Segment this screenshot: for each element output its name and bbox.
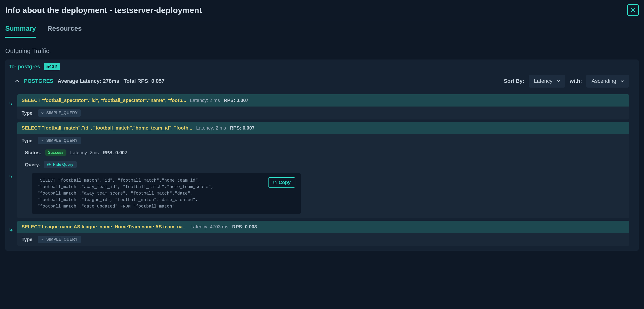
- copy-icon: [273, 181, 277, 184]
- type-chip[interactable]: SIMPLE_QUERY: [38, 236, 81, 243]
- hide-query-label: Hide Query: [53, 162, 73, 167]
- query-rps: RPS: 0.007: [230, 125, 255, 131]
- section-title: Outgoing Traffic:: [0, 38, 644, 60]
- branch-arrow-icon: [9, 120, 17, 179]
- collapse-icon: [47, 163, 51, 166]
- query-rps: RPS: 0.007: [224, 98, 248, 103]
- port-badge: 5432: [44, 63, 60, 70]
- type-label: Type: [22, 138, 32, 143]
- type-value: SIMPLE_QUERY: [46, 237, 78, 242]
- total-rps: Total RPS: 0.057: [124, 78, 164, 84]
- type-chip[interactable]: SIMPLE_QUERY: [38, 137, 81, 144]
- sort-by-value: Latency: [534, 78, 552, 84]
- tab-resources[interactable]: Resources: [48, 25, 82, 38]
- chevron-down-icon: [41, 112, 44, 114]
- type-value: SIMPLE_QUERY: [46, 111, 78, 115]
- detail-latency: Latency: 2ms: [70, 150, 99, 155]
- sort-by-label: Sort By:: [504, 78, 524, 84]
- protocol-name: POSTGRES: [24, 78, 53, 84]
- chevron-down-icon: [41, 238, 44, 240]
- status-badge: Success: [45, 149, 66, 156]
- query-latency: Latency: 2 ms: [190, 98, 220, 103]
- chevron-up-icon: [15, 80, 20, 83]
- copy-label: Copy: [278, 180, 290, 185]
- direction-value: Ascending: [592, 78, 616, 84]
- query-sql-preview: SELECT "football_spectator"."id", "footb…: [22, 98, 186, 103]
- page-title: Info about the deployment - testserver-d…: [5, 6, 202, 15]
- direction-select[interactable]: Ascending: [586, 75, 629, 88]
- query-header[interactable]: SELECT "football_spectator"."id", "footb…: [17, 94, 629, 107]
- collapse-protocol-button[interactable]: [15, 79, 20, 84]
- branch-arrow-icon: [9, 218, 17, 232]
- type-label: Type: [22, 237, 32, 242]
- close-button[interactable]: [627, 4, 639, 16]
- avg-latency: Average Latency: 278ms: [58, 78, 119, 84]
- svg-rect-2: [274, 182, 276, 184]
- query-header[interactable]: SELECT "football_match"."id", "football_…: [17, 122, 629, 134]
- chevron-up-icon: [41, 140, 44, 142]
- query-sql-preview: SELECT League.name AS league_name, HomeT…: [22, 224, 186, 230]
- sort-by-select[interactable]: Latency: [529, 75, 565, 88]
- query-latency: Latency: 4703 ms: [190, 224, 228, 230]
- chevron-down-icon: [557, 80, 560, 82]
- query-sql-preview: SELECT "football_match"."id", "football_…: [22, 125, 192, 131]
- traffic-panel: To: postgres 5432 POSTGRES Average Laten…: [5, 60, 639, 251]
- query-label: Query:: [25, 162, 40, 167]
- query-header[interactable]: SELECT League.name AS league_name, HomeT…: [17, 221, 629, 233]
- type-chip[interactable]: SIMPLE_QUERY: [38, 109, 81, 117]
- copy-button[interactable]: Copy: [268, 177, 296, 188]
- with-label: with:: [570, 78, 582, 84]
- tab-summary[interactable]: Summary: [5, 25, 36, 38]
- query-latency: Latency: 2 ms: [196, 125, 226, 131]
- hide-query-button[interactable]: Hide Query: [44, 161, 76, 168]
- to-label: To: postgres: [9, 64, 40, 70]
- close-icon: [631, 8, 635, 12]
- chevron-down-icon: [620, 80, 624, 82]
- status-label: Status:: [25, 150, 41, 155]
- query-rps: RPS: 0.003: [232, 224, 257, 230]
- branch-arrow-icon: [9, 92, 17, 106]
- type-value: SIMPLE_QUERY: [46, 138, 78, 143]
- type-label: Type: [22, 110, 32, 116]
- detail-rps: RPS: 0.007: [102, 150, 127, 155]
- query-code: SELECT "football_match"."id", "football_…: [38, 177, 263, 210]
